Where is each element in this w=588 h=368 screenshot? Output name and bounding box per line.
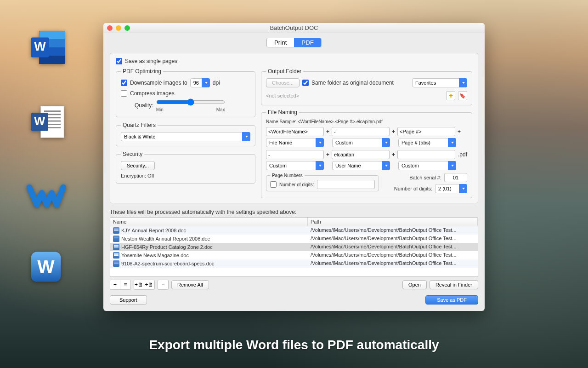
app-window: BatchOutput DOC Print PDF Save as single… — [103, 23, 485, 311]
min-label: Min — [156, 107, 164, 112]
batch-serial-label: Batch serial #: — [409, 175, 441, 180]
num-digits-checkbox[interactable]: Number of digits: — [270, 180, 375, 189]
list-button[interactable]: ≡ — [120, 280, 130, 289]
quartz-filters-group: Quartz Filters Black & White — [116, 122, 255, 146]
file-path: /Volumes/iMac/Users/me/Development/Batch… — [308, 260, 478, 267]
name-field-4[interactable] — [332, 150, 390, 159]
file-name: 9108-A2-spectrum-scoreboard-specs.doc — [121, 261, 214, 266]
num-digits-stepper[interactable] — [317, 180, 375, 189]
file-path: /Volumes/iMac/Users/me/Development/Batch… — [308, 235, 478, 242]
batch-serial-input[interactable] — [444, 173, 467, 182]
favorites-select[interactable]: Favorites — [412, 78, 467, 87]
name-select-3[interactable]: Page # (abs) — [398, 138, 456, 147]
files-label: These files will be processed automatica… — [110, 209, 478, 215]
doc-icon — [113, 227, 119, 234]
tab-print[interactable]: Print — [267, 38, 294, 47]
plus-icon: + — [325, 151, 331, 158]
plus-icon: + — [390, 128, 396, 135]
pdf-optimizing-group: PDF Optimizing Downsample images to 96 d… — [116, 68, 255, 117]
svg-text:W: W — [34, 40, 46, 53]
table-row[interactable]: KJY Annual Report 2008.doc/Volumes/iMac/… — [110, 226, 478, 235]
name-select-1[interactable]: File Name — [266, 138, 324, 147]
file-naming-legend: File Naming — [266, 109, 299, 115]
name-field-2[interactable] — [397, 127, 455, 136]
plus-icon: + — [456, 128, 462, 135]
add-file-button[interactable]: + — [110, 280, 120, 289]
svg-text:W: W — [34, 115, 45, 127]
remove-button[interactable]: − — [158, 280, 168, 289]
name-select-6[interactable]: Custom — [398, 161, 456, 170]
same-folder-label: Same folder as original document — [311, 80, 394, 86]
output-folder-group: Output Folder Choose... Same folder as o… — [261, 68, 472, 105]
encryption-status: Encryption: Off — [121, 173, 250, 178]
name-field-1[interactable] — [266, 127, 324, 136]
num-digits2-label: Number of digits: — [394, 186, 432, 191]
save-single-pages-checkbox[interactable]: Save as single pages — [116, 58, 472, 64]
support-button[interactable]: Support — [110, 295, 147, 305]
file-name: Neston Wealth Annual Report 2008.doc — [121, 236, 210, 242]
name-select-5[interactable]: User Name — [332, 161, 390, 170]
dpi-unit: dpi — [213, 80, 220, 86]
doc-icon — [113, 244, 119, 250]
save-single-pages-label: Save as single pages — [125, 58, 177, 64]
doc-icon — [113, 252, 119, 259]
table-row[interactable]: HGF-654Ry Product Catalog Zone 2.doc/Vol… — [110, 243, 478, 251]
word-icon-4: W — [25, 246, 67, 288]
name-field-5[interactable] — [397, 150, 455, 159]
file-name: HGF-654Ry Product Catalog Zone 2.doc — [121, 244, 213, 250]
col-name[interactable]: Name — [110, 218, 308, 226]
save-as-pdf-button[interactable]: Save as PDF — [425, 295, 478, 305]
tab-pdf[interactable]: PDF — [294, 38, 321, 47]
file-path: /Volumes/iMac/Users/me/Development/Batch… — [308, 243, 478, 251]
name-select-2[interactable]: Custom — [332, 138, 390, 147]
open-button[interactable]: Open — [402, 280, 427, 289]
same-folder-checkbox[interactable]: Same folder as original document — [302, 80, 394, 86]
name-field-3[interactable] — [266, 150, 324, 159]
col-path[interactable]: Path — [308, 218, 478, 226]
output-folder-legend: Output Folder — [266, 68, 303, 75]
file-naming-group: File Naming Name Sample: <WordFileName>-… — [261, 109, 472, 198]
file-path: /Volumes/iMac/Users/me/Development/Batch… — [308, 227, 478, 234]
table-row[interactable]: Neston Wealth Annual Report 2008.doc/Vol… — [110, 235, 478, 243]
choose-folder-button[interactable]: Choose... — [266, 78, 300, 87]
quartz-select[interactable]: Black & White — [121, 132, 250, 141]
num-digits2-select[interactable]: 2 (01) — [435, 184, 467, 193]
file-path: /Volumes/iMac/Users/me/Development/Batch… — [308, 252, 478, 259]
file-name: KJY Annual Report 2008.doc — [121, 228, 186, 233]
name-select-4[interactable]: Custom — [266, 161, 324, 170]
reveal-button[interactable]: Reveal in Finder — [430, 280, 478, 289]
security-button[interactable]: Security... — [121, 161, 155, 170]
sample-label: Name Sample: — [266, 119, 296, 124]
page-numbers-legend: Page Numbers — [270, 173, 305, 178]
file-name: Yosemite News Magazine.doc — [121, 253, 189, 258]
titlebar: BatchOutput DOC — [103, 23, 485, 33]
num-digits-label: Number of digits: — [279, 182, 314, 187]
add-doc-button[interactable]: +🗎 — [134, 280, 144, 289]
ext-label: .pdf — [456, 151, 467, 158]
dpi-select[interactable]: 96 — [190, 78, 210, 87]
max-label: Max — [216, 107, 225, 112]
svg-text:W: W — [37, 256, 55, 276]
downsample-label: Downsample images to — [130, 80, 187, 86]
window-title: BatchOutput DOC — [103, 24, 485, 31]
quartz-legend: Quartz Filters — [121, 122, 158, 128]
downsample-checkbox[interactable]: Downsample images to 96 dpi — [121, 78, 250, 87]
table-row[interactable]: 9108-A2-spectrum-scoreboard-specs.doc/Vo… — [110, 259, 478, 268]
mode-segmented: Print PDF — [110, 38, 478, 47]
word-icon-2: W — [28, 101, 69, 143]
files-table: Name Path KJY Annual Report 2008.doc/Vol… — [110, 217, 478, 277]
add-favorite-icon[interactable]: ✚ — [446, 91, 455, 100]
remove-all-button[interactable]: Remove All — [171, 280, 209, 289]
quality-slider[interactable] — [156, 98, 225, 106]
security-group: Security Security... Encryption: Off — [116, 151, 255, 184]
sample-value: <WordFileName>-<Page #>-elcapitan.pdf — [298, 119, 383, 124]
word-icon-3 — [25, 175, 67, 216]
plus-icon: + — [325, 128, 331, 135]
add-doc2-button[interactable]: +🗎 — [144, 280, 154, 289]
pdf-optimizing-legend: PDF Optimizing — [121, 68, 163, 75]
security-legend: Security — [121, 151, 144, 157]
bookmark-icon[interactable]: 🔖 — [458, 91, 467, 100]
table-row[interactable]: Yosemite News Magazine.doc/Volumes/iMac/… — [110, 251, 478, 259]
name-sep-1[interactable] — [332, 127, 390, 136]
compress-checkbox[interactable]: Compress images — [121, 90, 250, 97]
